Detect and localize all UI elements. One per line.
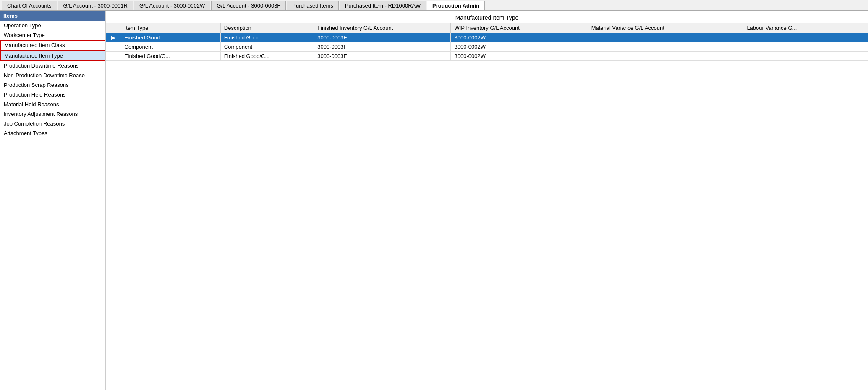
tab-production-admin[interactable]: Production Admin <box>427 1 485 10</box>
col-header-item-type: Item Type <box>121 23 220 33</box>
material-variance-cell <box>588 52 743 61</box>
finished-inventory-cell: 3000-0003F <box>314 52 451 61</box>
content-area: Manufactured Item Type Item TypeDescript… <box>106 11 868 390</box>
sidebar-header: Items <box>0 11 105 21</box>
item-type-cell: Component <box>121 42 220 52</box>
wip-inventory-cell: 3000-0002W <box>451 42 588 52</box>
wip-inventory-cell: 3000-0002W <box>451 33 588 42</box>
row-indicator: ▶ <box>106 33 121 42</box>
table-row[interactable]: ▶Finished GoodFinished Good3000-0003F300… <box>106 33 868 42</box>
table-row[interactable]: ComponentComponent3000-0003F3000-0002W <box>106 42 868 52</box>
material-variance-cell <box>588 42 743 52</box>
row-indicator <box>106 42 121 52</box>
labour-variance-cell <box>743 42 868 52</box>
sidebar-item-manufactured-item-class[interactable]: Manufactured Item Class <box>0 40 105 50</box>
description-cell: Finished Good <box>220 33 314 42</box>
wip-inventory-cell: 3000-0002W <box>451 52 588 61</box>
tab-purchased-items[interactable]: Purchased Items <box>287 1 339 10</box>
sidebar-items: Operation TypeWorkcenter TypeManufacture… <box>0 21 105 138</box>
labour-variance-cell <box>743 33 868 42</box>
labour-variance-cell <box>743 52 868 61</box>
table-body: ▶Finished GoodFinished Good3000-0003F300… <box>106 33 868 61</box>
sidebar-item-operation-type[interactable]: Operation Type <box>0 21 105 30</box>
description-cell: Finished Good/C... <box>220 52 314 61</box>
tab-gl-3000-0001r[interactable]: G/L Account - 3000-0001R <box>58 1 133 10</box>
row-indicator <box>106 52 121 61</box>
sidebar: Items Operation TypeWorkcenter TypeManuf… <box>0 11 106 390</box>
description-cell: Component <box>220 42 314 52</box>
col-header-labour-variance: Labour Variance G... <box>743 23 868 33</box>
tab-gl-3000-0003f[interactable]: G/L Account - 3000-0003F <box>211 1 286 10</box>
tab-bar: Chart Of AccountsG/L Account - 3000-0001… <box>0 0 868 11</box>
table-head: Item TypeDescriptionFinished Inventory G… <box>106 23 868 33</box>
sidebar-item-production-held-reasons[interactable]: Production Held Reasons <box>0 90 105 99</box>
finished-inventory-cell: 3000-0003F <box>314 33 451 42</box>
col-header-indicator <box>106 23 121 33</box>
sidebar-item-attachment-types[interactable]: Attachment Types <box>0 128 105 138</box>
sidebar-item-production-downtime-reasons[interactable]: Production Downtime Reasons <box>0 61 105 71</box>
sidebar-item-production-scrap-reasons[interactable]: Production Scrap Reasons <box>0 80 105 90</box>
tab-purchased-item-rd1000raw[interactable]: Purchased Item - RD1000RAW <box>340 1 426 10</box>
sidebar-item-material-held-reasons[interactable]: Material Held Reasons <box>0 99 105 109</box>
data-table: Item TypeDescriptionFinished Inventory G… <box>106 23 868 61</box>
finished-inventory-cell: 3000-0003F <box>314 42 451 52</box>
tab-chart-of-accounts[interactable]: Chart Of Accounts <box>2 1 57 10</box>
material-variance-cell <box>588 33 743 42</box>
item-type-cell: Finished Good/C... <box>121 52 220 61</box>
col-header-description: Description <box>220 23 314 33</box>
sidebar-item-inventory-adjustment-reasons[interactable]: Inventory Adjustment Reasons <box>0 109 105 119</box>
col-header-finished-inventory: Finished Inventory G/L Account <box>314 23 451 33</box>
sidebar-item-non-production-downtime[interactable]: Non-Production Downtime Reaso <box>0 71 105 80</box>
tab-gl-3000-0002w[interactable]: G/L Account - 3000-0002W <box>134 1 210 10</box>
sidebar-item-workcenter-type[interactable]: Workcenter Type <box>0 30 105 40</box>
sidebar-item-manufactured-item-type[interactable]: Manufactured Item Type <box>0 50 105 61</box>
col-header-wip-inventory: WIP Inventory G/L Account <box>451 23 588 33</box>
content-title: Manufactured Item Type <box>106 11 868 23</box>
sidebar-item-job-completion-reasons[interactable]: Job Completion Reasons <box>0 119 105 128</box>
table-row[interactable]: Finished Good/C...Finished Good/C...3000… <box>106 52 868 61</box>
item-type-cell: Finished Good <box>121 33 220 42</box>
main-container: Items Operation TypeWorkcenter TypeManuf… <box>0 11 868 390</box>
col-header-material-variance: Material Variance G/L Account <box>588 23 743 33</box>
